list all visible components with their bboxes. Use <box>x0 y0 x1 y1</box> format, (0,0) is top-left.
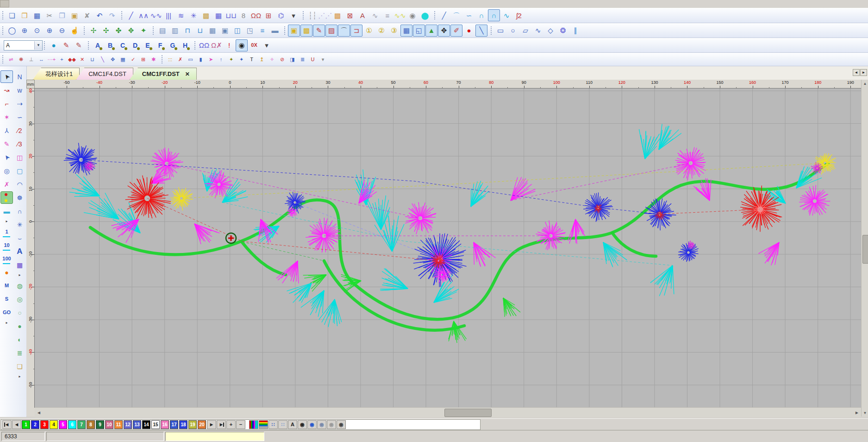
underline-u-button[interactable]: U <box>308 55 318 64</box>
scribble-fill-button[interactable]: ∿∿ <box>394 9 406 21</box>
curve-tool-button[interactable]: ⌒ <box>338 25 350 37</box>
zoom-actual-button[interactable]: ⊙ <box>31 25 43 37</box>
lock-2-button[interactable]: ② <box>375 25 387 37</box>
pair-points-button[interactable]: ◆◆ <box>67 55 77 64</box>
color-swatch-16[interactable]: 16 <box>161 420 169 429</box>
list-x-button[interactable]: ≣ <box>298 55 307 64</box>
bool-merge-button[interactable]: ● <box>13 320 26 332</box>
preview-image-button[interactable]: ▲ <box>425 25 437 37</box>
e-stitch-button[interactable]: ∿∿ <box>150 9 162 21</box>
shape-spiral-button[interactable]: ❂ <box>557 25 569 37</box>
half-fill-button[interactable]: ◨ <box>287 55 297 64</box>
eye-toggle-button[interactable]: ◉ <box>236 39 248 51</box>
add-color-button[interactable]: + <box>226 420 236 429</box>
forbid-button[interactable]: ⊘ <box>277 55 287 64</box>
center-all-button[interactable]: ✥ <box>125 25 137 37</box>
pan-hand-button[interactable]: ☝ <box>69 25 81 37</box>
color-swatch-20[interactable]: 20 <box>198 420 206 429</box>
slope-pen-button[interactable]: ✎ <box>0 138 13 150</box>
raise-stitch-button[interactable]: ↥ <box>257 55 267 64</box>
pen-line-button[interactable]: ╲ <box>475 25 487 37</box>
add-frame-button[interactable]: ⊞ <box>138 55 148 64</box>
align-center-v-button[interactable]: ▣ <box>219 25 231 37</box>
prev-color-button[interactable]: ◄ <box>12 420 21 429</box>
color-swatch-3[interactable]: 3 <box>40 420 49 429</box>
eye-dark-button[interactable]: ◉ <box>337 420 346 429</box>
color-swatch-15[interactable]: 15 <box>151 420 160 429</box>
orange-ball-button[interactable]: ● <box>0 266 13 278</box>
add-point-button[interactable]: + <box>57 55 67 64</box>
fill-box-button[interactable]: ▣ <box>288 25 300 37</box>
color-swatch-4[interactable]: 4 <box>50 420 58 429</box>
letter-s-button[interactable]: S <box>0 293 13 305</box>
scroll-up-arrow[interactable]: ▲ <box>862 80 868 87</box>
zigzag-stitch-button[interactable]: ∧∧ <box>137 9 150 21</box>
satin-leaf-button[interactable]: ❋ <box>16 55 26 64</box>
color-swatch-11[interactable]: 11 <box>114 420 123 429</box>
letter-a-big-button[interactable]: A <box>13 245 26 258</box>
hook-curve-button[interactable]: ⌣ <box>13 232 26 244</box>
dots-view-2-button[interactable]: ∷ <box>278 420 287 429</box>
go-button-button[interactable]: GO <box>0 306 13 319</box>
cross-grid-button[interactable]: ⊞ <box>262 9 275 21</box>
star-edit-button[interactable]: ✶ <box>0 111 13 123</box>
satin-machine-button[interactable]: ◫ <box>13 151 26 164</box>
tab-1[interactable]: 花样设计1 <box>33 68 80 80</box>
zoom-in-area-button[interactable]: ⊕ <box>19 25 31 37</box>
blue-bar-button[interactable]: ▮ <box>196 55 206 64</box>
remove-color-button[interactable]: − <box>236 420 245 429</box>
color-swatch-5[interactable]: 5 <box>59 420 67 429</box>
thread-ball-button[interactable]: ● <box>48 39 60 51</box>
bool-subtract-button[interactable]: ○ <box>13 306 26 319</box>
wave-input-button[interactable]: ∿ <box>500 9 512 21</box>
cut-button[interactable]: ✂ <box>44 9 56 21</box>
align-bottom-button[interactable]: ⊔ <box>194 25 206 37</box>
measure-capsule-button[interactable]: ▬ <box>0 205 13 217</box>
red-cross-grid-button[interactable]: ⊠ <box>344 9 356 21</box>
loop-pair-button[interactable]: ΩΩ <box>250 9 262 21</box>
letter-b-button[interactable]: B <box>104 39 116 51</box>
curve-2-button[interactable]: ʃ2 <box>513 9 525 21</box>
scroll-down-arrow[interactable]: ▼ <box>862 409 868 417</box>
hatch-tool-button[interactable]: ▨ <box>325 25 337 37</box>
warning-button[interactable]: ! <box>223 39 235 51</box>
eye-show-selected-button[interactable]: ◉ <box>307 420 317 429</box>
bool-trim-button[interactable]: ◐ <box>13 333 26 346</box>
arc-shape-button[interactable]: ◠ <box>13 178 26 190</box>
ladder-button[interactable]: ≣ <box>13 347 26 359</box>
step-100-button[interactable]: 100 <box>0 253 13 265</box>
delete-point-button[interactable]: ✕ <box>77 55 87 64</box>
arrow-edit-button[interactable]: ➤ <box>0 151 13 164</box>
align-top-button[interactable]: ⊓ <box>181 25 194 37</box>
swap-button[interactable]: ⇌ <box>6 55 16 64</box>
stoplight-button[interactable] <box>0 191 13 204</box>
lock-3-button[interactable]: ③ <box>388 25 400 37</box>
move-tool-button[interactable]: ✥ <box>438 25 450 37</box>
vertical-scrollbar[interactable]: ▲ ▼ <box>861 80 868 417</box>
horizontal-scroll-thumb[interactable] <box>444 409 492 417</box>
space-even-button[interactable]: ▬ <box>269 25 281 37</box>
applique-a-button[interactable]: A <box>356 9 368 21</box>
mesh-grid-button[interactable]: ▦ <box>118 55 128 64</box>
text-view-button[interactable]: A <box>288 420 297 429</box>
chevron-down-icon[interactable]: ▼ <box>34 41 42 50</box>
table-grid-button[interactable]: ▦ <box>13 259 26 271</box>
tab-3[interactable]: CMC1FF.DST✕ <box>130 68 197 80</box>
undo-button[interactable]: ↶ <box>94 9 106 21</box>
grid-toggle-button[interactable]: ▦ <box>400 25 412 37</box>
needle-down-button[interactable]: ⊥ <box>26 55 36 64</box>
stitch-dots-button[interactable]: ::: <box>165 55 175 64</box>
small-zigzag-button[interactable]: ∿ <box>369 9 381 21</box>
verify-button[interactable]: ✓ <box>128 55 138 64</box>
letter-c-button[interactable]: C <box>117 39 129 51</box>
order-folder-button[interactable]: ❏ <box>13 360 26 373</box>
distribute-v-button[interactable]: ◳ <box>244 25 256 37</box>
color-swatch-8[interactable]: 8 <box>87 420 95 429</box>
row4-overflow-button[interactable]: ▾ <box>318 55 328 64</box>
tab-scroll-left-icon[interactable]: ◄ <box>853 69 860 76</box>
color-swatch-1[interactable]: 1 <box>22 420 30 429</box>
node-edit-button[interactable]: ⅄ <box>0 124 13 137</box>
shape-diamond-button[interactable]: ◇ <box>544 25 556 37</box>
measure-ma-button[interactable]: M <box>0 279 13 292</box>
cut-select-button[interactable]: ✗ <box>0 178 13 190</box>
